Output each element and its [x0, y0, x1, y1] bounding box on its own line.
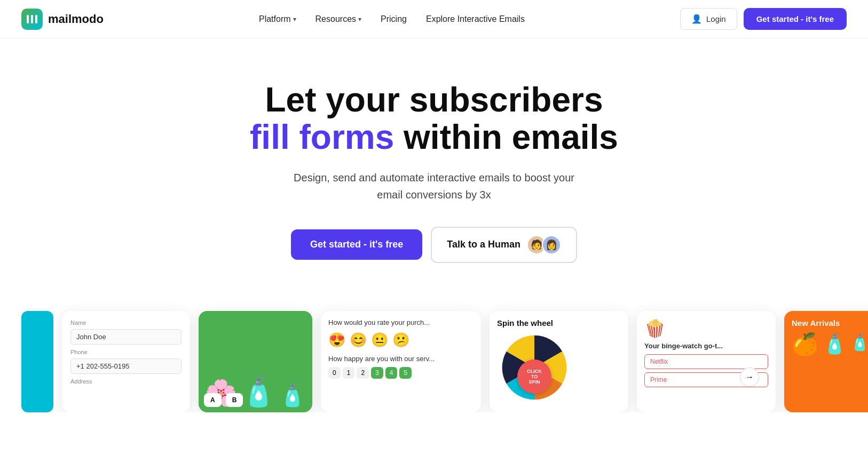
hero-section: Let your subscribers fill forms within e…: [0, 38, 868, 295]
navbar: mailmodo Platform ▾ Resources ▾ Pricing …: [0, 0, 868, 38]
logo-text: mailmodo: [48, 12, 104, 26]
phone-label: Phone: [70, 349, 182, 355]
binge-title: Your binge-watch go-t...: [644, 342, 768, 350]
wheel-title: Spin the wheel: [497, 318, 621, 328]
hero-cta-button[interactable]: Get started - it's free: [291, 229, 422, 260]
nav-resources[interactable]: Resources ▾: [308, 10, 369, 28]
wheel-email-card: Spin the wheel: [490, 311, 628, 412]
hero-buttons: Get started - it's free Talk to a Human …: [291, 227, 577, 263]
product-email-card: 🌸 🧴 🧴 A B: [199, 311, 312, 412]
binge-email-card: 🍿 Your binge-watch go-t... Netflix Prime: [637, 311, 776, 412]
logo[interactable]: mailmodo: [21, 9, 104, 30]
arrivals-title: New Arrivals: [792, 318, 868, 328]
form-email-card: Name John Doe Phone +1 202-555-0195 Addr…: [62, 311, 190, 412]
wheel-container: CLICK TO SPIN: [497, 333, 572, 404]
nav-explore[interactable]: Explore Interactive Emails: [419, 10, 532, 28]
phone-value: +1 202-555-0195: [70, 358, 182, 374]
nav-pricing[interactable]: Pricing: [373, 10, 414, 28]
svg-rect-0: [27, 15, 29, 23]
nav-actions: 👤 Login Get started - it's free: [680, 8, 847, 30]
nav-cta-button[interactable]: Get started - it's free: [744, 8, 847, 30]
spin-overlay[interactable]: CLICK TO SPIN: [517, 360, 551, 394]
avatar-group: 🧑 👩: [527, 235, 561, 254]
chevron-down-icon: ▾: [293, 15, 296, 23]
name-label: Name: [70, 320, 182, 326]
teal-accent-bar: [21, 311, 53, 412]
talk-to-human-button[interactable]: Talk to a Human 🧑 👩: [431, 227, 577, 263]
hero-title: Let your subscribers fill forms within e…: [250, 81, 618, 156]
logo-icon: [21, 9, 43, 30]
survey-email-card: How would you rate your purch... 😍😊😐😕 Ho…: [321, 311, 481, 412]
svg-rect-1: [31, 15, 33, 23]
avatar: 👩: [542, 235, 561, 254]
popcorn-icon: 🍿: [644, 318, 768, 339]
arrivals-email-card: New Arrivals 🍊 🧴 🧴: [784, 311, 868, 412]
user-icon: 👤: [691, 14, 702, 24]
name-value: John Doe: [70, 329, 182, 345]
carousel-next-button[interactable]: →: [740, 368, 759, 387]
card-strip: Name John Doe Phone +1 202-555-0195 Addr…: [0, 295, 868, 412]
login-button[interactable]: 👤 Login: [680, 8, 737, 30]
nav-links: Platform ▾ Resources ▾ Pricing Explore I…: [251, 10, 532, 28]
chevron-down-icon: ▾: [358, 15, 361, 23]
svg-rect-2: [35, 15, 37, 23]
survey-subtitle: How happy are you with our serv...: [328, 355, 474, 363]
survey-title: How would you rate your purch...: [328, 318, 474, 326]
netflix-option: Netflix: [644, 354, 768, 369]
hero-subtitle: Design, send and automate interactive em…: [285, 169, 583, 203]
address-label: Address: [70, 378, 182, 385]
emoji-rating-row: 😍😊😐😕: [328, 332, 474, 348]
nav-platform[interactable]: Platform ▾: [251, 10, 304, 28]
